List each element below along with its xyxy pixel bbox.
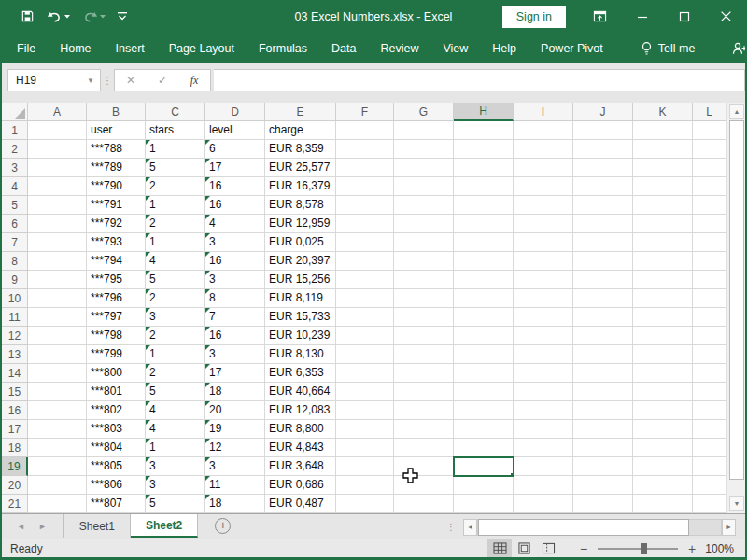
grid-cell-B13[interactable]: ***799 <box>87 345 146 364</box>
horizontal-scroll-thumb[interactable] <box>478 519 689 536</box>
grid-cell-I8[interactable] <box>514 252 573 271</box>
column-header-C[interactable]: C <box>146 103 205 121</box>
grid-cell-F4[interactable] <box>336 177 394 196</box>
grid-cell-I16[interactable] <box>514 401 573 420</box>
customize-toolbar-icon[interactable] <box>118 12 127 21</box>
grid-cell-L10[interactable] <box>693 289 726 308</box>
name-box-dropdown-icon[interactable]: ▼ <box>87 77 100 85</box>
grid-cell-L5[interactable] <box>693 196 726 215</box>
column-header-I[interactable]: I <box>514 103 573 121</box>
grid-cell-A17[interactable] <box>28 420 87 439</box>
grid-cell-J3[interactable] <box>573 159 633 177</box>
grid-cell-I21[interactable] <box>514 495 573 513</box>
grid-cell-I13[interactable] <box>514 345 573 364</box>
grid-cell-L3[interactable] <box>693 159 726 177</box>
grid-cell-F16[interactable] <box>336 401 394 420</box>
grid-cell-A1[interactable] <box>28 121 87 140</box>
grid-cell-G8[interactable] <box>394 252 454 271</box>
grid-cell-E4[interactable]: EUR 16,379 <box>265 177 336 196</box>
row-header-12[interactable]: 12 <box>2 327 28 345</box>
grid-cell-C15[interactable]: 5 <box>146 383 205 401</box>
grid-cell-F21[interactable] <box>336 495 394 513</box>
grid-cell-L15[interactable] <box>693 383 726 401</box>
grid-cell-G12[interactable] <box>394 327 454 345</box>
grid-cell-F11[interactable] <box>336 308 394 327</box>
grid-cell-F6[interactable] <box>336 215 394 233</box>
grid-cell-J13[interactable] <box>573 345 633 364</box>
grid-cell-G10[interactable] <box>394 289 454 308</box>
grid-cell-K9[interactable] <box>633 271 693 289</box>
column-header-G[interactable]: G <box>394 103 454 121</box>
grid-cell-L20[interactable] <box>693 476 726 495</box>
grid-cell-D16[interactable]: 20 <box>205 401 265 420</box>
row-header-14[interactable]: 14 <box>2 364 28 383</box>
grid-cell-G4[interactable] <box>394 177 454 196</box>
grid-cell-B18[interactable]: ***804 <box>87 439 146 457</box>
grid-cell-E11[interactable]: EUR 15,733 <box>265 308 336 327</box>
enter-icon[interactable]: ✓ <box>147 74 178 87</box>
grid-cell-K14[interactable] <box>633 364 693 383</box>
grid-cell-D10[interactable]: 8 <box>205 289 265 308</box>
grid-cell-A9[interactable] <box>28 271 87 289</box>
grid-cell-F18[interactable] <box>336 439 394 457</box>
grid-cell-E1[interactable]: charge <box>265 121 336 140</box>
zoom-level[interactable]: 100% <box>700 542 745 555</box>
grid-cell-I10[interactable] <box>514 289 573 308</box>
formula-input[interactable] <box>214 69 745 91</box>
grid-cell-J6[interactable] <box>573 215 633 233</box>
row-header-8[interactable]: 8 <box>2 252 28 271</box>
zoom-slider-handle[interactable] <box>641 543 647 554</box>
grid-cell-H4[interactable] <box>454 177 514 196</box>
row-header-19[interactable]: 19 <box>2 457 28 476</box>
grid-cell-F7[interactable] <box>336 233 394 252</box>
ribbon-tab-page-layout[interactable]: Page Layout <box>157 33 247 63</box>
grid-cell-E17[interactable]: EUR 8,800 <box>265 420 336 439</box>
grid-cell-J18[interactable] <box>573 439 633 457</box>
column-header-E[interactable]: E <box>265 103 336 121</box>
ribbon-tab-file[interactable]: File <box>5 33 48 63</box>
grid-cell-J10[interactable] <box>573 289 633 308</box>
grid-cell-G3[interactable] <box>394 159 454 177</box>
grid-cell-I20[interactable] <box>514 476 573 495</box>
grid-cell-J15[interactable] <box>573 383 633 401</box>
grid-cell-H8[interactable] <box>454 252 514 271</box>
row-header-6[interactable]: 6 <box>2 215 28 233</box>
grid-cell-A21[interactable] <box>28 495 87 513</box>
grid-cell-H5[interactable] <box>454 196 514 215</box>
horizontal-splitter[interactable]: ⋮ <box>446 522 456 532</box>
grid-cell-L14[interactable] <box>693 364 726 383</box>
ribbon-tab-view[interactable]: View <box>430 33 480 63</box>
next-sheet-icon[interactable]: ► <box>38 522 47 531</box>
grid-cell-C21[interactable]: 5 <box>146 495 205 513</box>
row-header-3[interactable]: 3 <box>2 159 28 177</box>
grid-cell-B17[interactable]: ***803 <box>87 420 146 439</box>
grid-cell-K1[interactable] <box>633 121 693 140</box>
page-layout-view-icon[interactable] <box>512 539 536 558</box>
grid-cell-I17[interactable] <box>514 420 573 439</box>
grid-cell-B5[interactable]: ***791 <box>87 196 146 215</box>
grid-cell-L21[interactable] <box>693 495 726 513</box>
grid-cell-F3[interactable] <box>336 159 394 177</box>
grid-cell-J11[interactable] <box>573 308 633 327</box>
grid-cell-F1[interactable] <box>336 121 394 140</box>
grid-cell-I15[interactable] <box>514 383 573 401</box>
new-sheet-button[interactable]: + <box>215 518 231 534</box>
grid-cell-C2[interactable]: 1 <box>146 140 205 159</box>
grid-cell-C20[interactable]: 3 <box>146 476 205 495</box>
grid-cell-E2[interactable]: EUR 8,359 <box>265 140 336 159</box>
row-header-11[interactable]: 11 <box>2 308 28 327</box>
grid-cell-I11[interactable] <box>514 308 573 327</box>
scroll-right-icon[interactable]: ► <box>722 519 736 536</box>
grid-cell-F9[interactable] <box>336 271 394 289</box>
grid-cell-E21[interactable]: EUR 0,487 <box>265 495 336 513</box>
grid-cell-D20[interactable]: 11 <box>205 476 265 495</box>
grid-cell-D15[interactable]: 18 <box>205 383 265 401</box>
grid-cell-A18[interactable] <box>28 439 87 457</box>
ribbon-tab-help[interactable]: Help <box>480 33 529 63</box>
grid-cell-J12[interactable] <box>573 327 633 345</box>
grid-cell-I6[interactable] <box>514 215 573 233</box>
grid-cell-D1[interactable]: level <box>205 121 265 140</box>
grid-cell-C11[interactable]: 3 <box>146 308 205 327</box>
grid-cell-E10[interactable]: EUR 8,119 <box>265 289 336 308</box>
row-header-4[interactable]: 4 <box>2 177 28 196</box>
